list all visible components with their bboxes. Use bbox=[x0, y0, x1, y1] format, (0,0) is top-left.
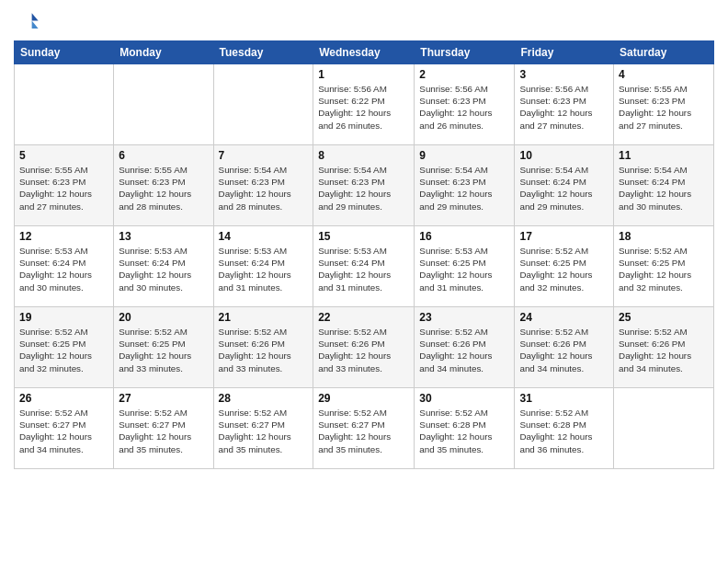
day-info: Sunrise: 5:52 AMSunset: 6:26 PMDaylight:… bbox=[219, 326, 309, 374]
day-info: Sunrise: 5:55 AMSunset: 6:23 PMDaylight:… bbox=[119, 164, 208, 213]
day-info: Sunrise: 5:54 AMSunset: 6:24 PMDaylight:… bbox=[519, 164, 609, 213]
day-info: Sunrise: 5:56 AMSunset: 6:23 PMDaylight:… bbox=[519, 83, 609, 132]
day-number: 26 bbox=[19, 392, 108, 405]
day-info: Sunrise: 5:54 AMSunset: 6:23 PMDaylight:… bbox=[318, 164, 409, 213]
day-number: 9 bbox=[419, 149, 509, 162]
day-number: 30 bbox=[419, 392, 509, 405]
day-info: Sunrise: 5:52 AMSunset: 6:27 PMDaylight:… bbox=[119, 407, 208, 455]
day-info: Sunrise: 5:53 AMSunset: 6:24 PMDaylight:… bbox=[219, 245, 309, 293]
day-number: 18 bbox=[619, 230, 709, 243]
day-cell: 9Sunrise: 5:54 AMSunset: 6:23 PMDaylight… bbox=[415, 145, 515, 226]
day-cell: 28Sunrise: 5:52 AMSunset: 6:27 PMDayligh… bbox=[213, 388, 313, 469]
day-cell: 27Sunrise: 5:52 AMSunset: 6:27 PMDayligh… bbox=[114, 388, 213, 469]
day-cell: 26Sunrise: 5:52 AMSunset: 6:27 PMDayligh… bbox=[15, 388, 114, 469]
week-row-3: 12Sunrise: 5:53 AMSunset: 6:24 PMDayligh… bbox=[15, 226, 714, 307]
day-cell bbox=[614, 388, 714, 469]
day-number: 11 bbox=[619, 149, 709, 162]
day-number: 2 bbox=[419, 68, 509, 81]
day-cell: 25Sunrise: 5:52 AMSunset: 6:26 PMDayligh… bbox=[614, 307, 714, 388]
day-cell: 14Sunrise: 5:53 AMSunset: 6:24 PMDayligh… bbox=[213, 226, 313, 307]
day-cell: 19Sunrise: 5:52 AMSunset: 6:25 PMDayligh… bbox=[15, 307, 114, 388]
day-info: Sunrise: 5:54 AMSunset: 6:24 PMDaylight:… bbox=[619, 164, 709, 213]
day-cell: 30Sunrise: 5:52 AMSunset: 6:28 PMDayligh… bbox=[415, 388, 515, 469]
day-info: Sunrise: 5:52 AMSunset: 6:27 PMDaylight:… bbox=[19, 407, 108, 455]
day-cell: 21Sunrise: 5:52 AMSunset: 6:26 PMDayligh… bbox=[213, 307, 313, 388]
day-number: 24 bbox=[519, 311, 609, 324]
day-info: Sunrise: 5:56 AMSunset: 6:23 PMDaylight:… bbox=[419, 83, 509, 132]
svg-marker-1 bbox=[32, 21, 39, 29]
day-number: 5 bbox=[19, 149, 108, 162]
day-cell: 5Sunrise: 5:55 AMSunset: 6:23 PMDaylight… bbox=[15, 145, 114, 226]
day-number: 17 bbox=[519, 230, 609, 243]
day-number: 16 bbox=[419, 230, 509, 243]
day-number: 4 bbox=[619, 68, 709, 81]
day-number: 31 bbox=[519, 392, 609, 405]
day-cell: 11Sunrise: 5:54 AMSunset: 6:24 PMDayligh… bbox=[614, 145, 714, 226]
day-cell: 18Sunrise: 5:52 AMSunset: 6:25 PMDayligh… bbox=[614, 226, 714, 307]
day-number: 14 bbox=[219, 230, 309, 243]
day-info: Sunrise: 5:54 AMSunset: 6:23 PMDaylight:… bbox=[219, 164, 309, 213]
day-cell: 31Sunrise: 5:52 AMSunset: 6:28 PMDayligh… bbox=[515, 388, 614, 469]
day-info: Sunrise: 5:52 AMSunset: 6:27 PMDaylight:… bbox=[219, 407, 309, 455]
day-cell: 15Sunrise: 5:53 AMSunset: 6:24 PMDayligh… bbox=[313, 226, 415, 307]
day-cell bbox=[213, 64, 313, 145]
day-cell: 16Sunrise: 5:53 AMSunset: 6:25 PMDayligh… bbox=[415, 226, 515, 307]
day-info: Sunrise: 5:54 AMSunset: 6:23 PMDaylight:… bbox=[419, 164, 509, 213]
day-cell: 8Sunrise: 5:54 AMSunset: 6:23 PMDaylight… bbox=[313, 145, 415, 226]
day-info: Sunrise: 5:55 AMSunset: 6:23 PMDaylight:… bbox=[619, 83, 709, 132]
day-number: 23 bbox=[419, 311, 509, 324]
day-number: 6 bbox=[119, 149, 208, 162]
day-info: Sunrise: 5:55 AMSunset: 6:23 PMDaylight:… bbox=[19, 164, 108, 213]
day-info: Sunrise: 5:53 AMSunset: 6:24 PMDaylight:… bbox=[119, 245, 208, 293]
day-cell: 1Sunrise: 5:56 AMSunset: 6:22 PMDaylight… bbox=[313, 64, 415, 145]
header-cell-tuesday: Tuesday bbox=[213, 41, 313, 64]
header-row: SundayMondayTuesdayWednesdayThursdayFrid… bbox=[15, 41, 714, 64]
day-info: Sunrise: 5:52 AMSunset: 6:25 PMDaylight:… bbox=[19, 326, 108, 374]
day-number: 28 bbox=[219, 392, 309, 405]
header-cell-sunday: Sunday bbox=[15, 41, 114, 64]
day-number: 1 bbox=[318, 68, 409, 81]
header bbox=[14, 9, 714, 35]
header-cell-wednesday: Wednesday bbox=[313, 41, 415, 64]
header-cell-saturday: Saturday bbox=[614, 41, 714, 64]
logo bbox=[14, 9, 43, 35]
day-info: Sunrise: 5:53 AMSunset: 6:25 PMDaylight:… bbox=[419, 245, 509, 293]
day-cell: 22Sunrise: 5:52 AMSunset: 6:26 PMDayligh… bbox=[313, 307, 415, 388]
day-cell: 29Sunrise: 5:52 AMSunset: 6:27 PMDayligh… bbox=[313, 388, 415, 469]
header-cell-friday: Friday bbox=[515, 41, 614, 64]
day-cell bbox=[15, 64, 114, 145]
week-row-2: 5Sunrise: 5:55 AMSunset: 6:23 PMDaylight… bbox=[15, 145, 714, 226]
day-info: Sunrise: 5:52 AMSunset: 6:28 PMDaylight:… bbox=[519, 407, 609, 455]
day-cell: 24Sunrise: 5:52 AMSunset: 6:26 PMDayligh… bbox=[515, 307, 614, 388]
day-number: 15 bbox=[318, 230, 409, 243]
day-info: Sunrise: 5:52 AMSunset: 6:25 PMDaylight:… bbox=[619, 245, 709, 293]
day-cell: 12Sunrise: 5:53 AMSunset: 6:24 PMDayligh… bbox=[15, 226, 114, 307]
day-number: 22 bbox=[318, 311, 409, 324]
day-info: Sunrise: 5:52 AMSunset: 6:27 PMDaylight:… bbox=[318, 407, 409, 455]
day-number: 29 bbox=[318, 392, 409, 405]
day-number: 8 bbox=[318, 149, 409, 162]
day-cell: 23Sunrise: 5:52 AMSunset: 6:26 PMDayligh… bbox=[415, 307, 515, 388]
day-cell: 20Sunrise: 5:52 AMSunset: 6:25 PMDayligh… bbox=[114, 307, 213, 388]
day-info: Sunrise: 5:53 AMSunset: 6:24 PMDaylight:… bbox=[19, 245, 108, 293]
day-cell: 4Sunrise: 5:55 AMSunset: 6:23 PMDaylight… bbox=[614, 64, 714, 145]
day-info: Sunrise: 5:52 AMSunset: 6:26 PMDaylight:… bbox=[619, 326, 709, 374]
day-info: Sunrise: 5:53 AMSunset: 6:24 PMDaylight:… bbox=[318, 245, 409, 293]
day-number: 12 bbox=[19, 230, 108, 243]
day-number: 21 bbox=[219, 311, 309, 324]
day-number: 7 bbox=[219, 149, 309, 162]
day-number: 13 bbox=[119, 230, 208, 243]
day-info: Sunrise: 5:52 AMSunset: 6:25 PMDaylight:… bbox=[519, 245, 609, 293]
week-row-1: 1Sunrise: 5:56 AMSunset: 6:22 PMDaylight… bbox=[15, 64, 714, 145]
day-number: 19 bbox=[19, 311, 108, 324]
week-row-4: 19Sunrise: 5:52 AMSunset: 6:25 PMDayligh… bbox=[15, 307, 714, 388]
day-cell: 3Sunrise: 5:56 AMSunset: 6:23 PMDaylight… bbox=[515, 64, 614, 145]
day-number: 10 bbox=[519, 149, 609, 162]
day-cell: 17Sunrise: 5:52 AMSunset: 6:25 PMDayligh… bbox=[515, 226, 614, 307]
day-cell: 13Sunrise: 5:53 AMSunset: 6:24 PMDayligh… bbox=[114, 226, 213, 307]
day-info: Sunrise: 5:52 AMSunset: 6:25 PMDaylight:… bbox=[119, 326, 208, 374]
day-number: 3 bbox=[519, 68, 609, 81]
day-info: Sunrise: 5:52 AMSunset: 6:26 PMDaylight:… bbox=[419, 326, 509, 374]
day-cell bbox=[114, 64, 213, 145]
header-cell-thursday: Thursday bbox=[415, 41, 515, 64]
